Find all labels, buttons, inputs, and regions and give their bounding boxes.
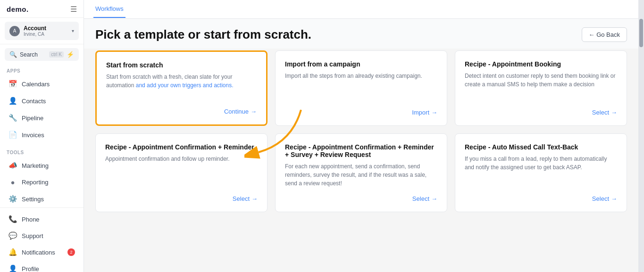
select-label: Select (592, 195, 609, 202)
account-info: Account Irvine, CA (24, 25, 68, 37)
sidebar-item-label: Pipeline (22, 115, 43, 122)
calendars-icon: 📅 (8, 80, 17, 88)
page-title: Pick a template or start from scratch. (95, 27, 311, 42)
card-action[interactable]: Select → (465, 195, 617, 202)
app-logo: demo. (7, 5, 29, 13)
phone-icon: 📞 (8, 215, 17, 223)
card-desc: If you miss a call from a lead, reply to… (465, 155, 617, 172)
arrow-right-icon: → (431, 195, 437, 202)
sidebar-item-label: Marketing (22, 162, 49, 169)
sidebar-item-settings[interactable]: ⚙️ Settings (2, 191, 82, 207)
select-label: Select (412, 195, 429, 202)
scroll-track (638, 0, 644, 272)
sidebar-item-support[interactable]: 💬 Support (2, 228, 82, 244)
sidebar-item-label: Reporting (22, 179, 48, 186)
select-label: Select (233, 195, 250, 202)
card-content: Recipe - Appointment Confirmation + Remi… (285, 143, 437, 188)
page-header: Pick a template or start from scratch. ←… (84, 19, 638, 49)
pipeline-icon: 🔧 (8, 114, 17, 122)
select-label: Select (592, 109, 609, 116)
sidebar-item-label: Calendars (22, 81, 50, 88)
top-nav: Workflows (84, 0, 638, 19)
sidebar: demo. ☰ A Account Irvine, CA ▾ 🔍 Search … (0, 0, 84, 272)
apps-section-label: Apps (0, 65, 84, 75)
card-content: Recipe - Auto Missed Call Text-Back If y… (465, 143, 617, 172)
card-content: Start from scratch Start from scratch wi… (106, 61, 257, 90)
card-action[interactable]: Select → (105, 195, 258, 202)
card-content: Recipe - Appointment Booking Detect inte… (465, 60, 617, 89)
notification-badge: 2 (67, 248, 75, 256)
sidebar-logo-area: demo. ☰ (0, 0, 84, 18)
card-action[interactable]: Import → (285, 109, 437, 116)
sidebar-item-label: Contacts (22, 98, 46, 105)
template-card-import-campaign[interactable]: Import from a campaign Import all the st… (275, 50, 447, 126)
import-label: Import (412, 109, 429, 116)
search-icon: 🔍 (9, 51, 17, 58)
account-name: Account (24, 25, 68, 32)
card-title: Import from a campaign (285, 60, 437, 68)
invoices-icon: 📄 (8, 131, 17, 139)
search-shortcut: ctrl K (49, 51, 64, 58)
sidebar-item-label: Notifications (22, 249, 55, 256)
go-back-button[interactable]: ← Go Back (582, 27, 627, 42)
card-title: Recipe - Appointment Booking (465, 60, 617, 68)
sidebar-item-profile[interactable]: 👤 Profile (2, 261, 82, 272)
sidebar-item-phone[interactable]: 📞 Phone (2, 211, 82, 227)
template-card-start-from-scratch[interactable]: Start from scratch Start from scratch wi… (95, 50, 268, 126)
profile-icon: 👤 (8, 264, 17, 272)
arrow-right-icon: → (431, 109, 437, 116)
contacts-icon: 👤 (8, 97, 17, 105)
main-content: Workflows Pick a template or start from … (84, 0, 638, 272)
template-card-appt-survey-review[interactable]: Recipe - Appointment Confirmation + Remi… (275, 133, 447, 212)
sidebar-item-pipeline[interactable]: 🔧 Pipeline (2, 110, 82, 126)
arrow-right-icon: → (251, 195, 258, 202)
sidebar-item-reporting[interactable]: ● Reporting (2, 174, 82, 190)
sidebar-item-label: Profile (22, 265, 39, 272)
card-action[interactable]: Continue → (106, 108, 257, 115)
chevron-down-icon: ▾ (72, 28, 74, 33)
account-location: Irvine, CA (24, 32, 68, 37)
card-title: Recipe - Appointment Confirmation + Remi… (105, 143, 258, 151)
account-button[interactable]: A Account Irvine, CA ▾ (5, 22, 79, 40)
card-desc: Detect intent on customer reply to send … (465, 72, 617, 89)
card-content: Import from a campaign Import all the st… (285, 60, 437, 80)
template-card-appointment-booking[interactable]: Recipe - Appointment Booking Detect inte… (455, 50, 627, 126)
sidebar-item-notifications[interactable]: 🔔 Notifications 2 (2, 244, 82, 260)
marketing-icon: 📣 (8, 161, 17, 170)
sidebar-item-marketing[interactable]: 📣 Marketing (2, 157, 82, 173)
go-back-label: ← Go Back (589, 31, 620, 38)
card-desc: For each new appointment, send a confirm… (285, 162, 437, 188)
bolt-icon: ⚡ (67, 51, 74, 58)
continue-label: Continue (224, 108, 249, 115)
account-section: A Account Irvine, CA ▾ (0, 18, 84, 44)
arrow-right-icon: → (611, 109, 617, 116)
sidebar-item-contacts[interactable]: 👤 Contacts (2, 93, 82, 109)
template-card-appt-confirmation-reminder[interactable]: Recipe - Appointment Confirmation + Remi… (95, 133, 268, 212)
sidebar-item-label: Support (22, 232, 43, 239)
hamburger-icon[interactable]: ☰ (70, 5, 77, 14)
sidebar-item-calendars[interactable]: 📅 Calendars (2, 76, 82, 92)
notifications-icon: 🔔 (8, 248, 17, 256)
reporting-icon: ● (8, 178, 17, 186)
scroll-thumb[interactable] (639, 19, 643, 47)
tools-section-label: Tools (0, 146, 84, 157)
sidebar-item-label: Settings (22, 196, 44, 203)
sidebar-item-invoices[interactable]: 📄 Invoices (2, 127, 82, 143)
avatar: A (9, 26, 20, 36)
arrow-right-icon: → (611, 195, 617, 202)
card-title: Recipe - Appointment Confirmation + Remi… (285, 143, 437, 158)
support-icon: 💬 (8, 231, 17, 240)
templates-grid: Start from scratch Start from scratch wi… (84, 49, 638, 222)
card-desc: Start from scratch with a fresh, clean s… (106, 73, 257, 90)
workflows-tab[interactable]: Workflows (93, 0, 125, 18)
card-desc: Appointment confirmation and follow up r… (105, 155, 258, 163)
sidebar-item-label: Phone (22, 216, 40, 223)
card-action[interactable]: Select → (285, 195, 437, 202)
card-action[interactable]: Select → (465, 109, 617, 116)
search-label: Search (20, 51, 46, 58)
arrow-right-icon: → (251, 108, 257, 115)
template-card-auto-missed-call[interactable]: Recipe - Auto Missed Call Text-Back If y… (455, 133, 627, 212)
sidebar-item-label: Invoices (22, 132, 44, 139)
search-bar[interactable]: 🔍 Search ctrl K ⚡ (5, 48, 79, 61)
card-desc: Import all the steps from an already exi… (285, 72, 437, 80)
